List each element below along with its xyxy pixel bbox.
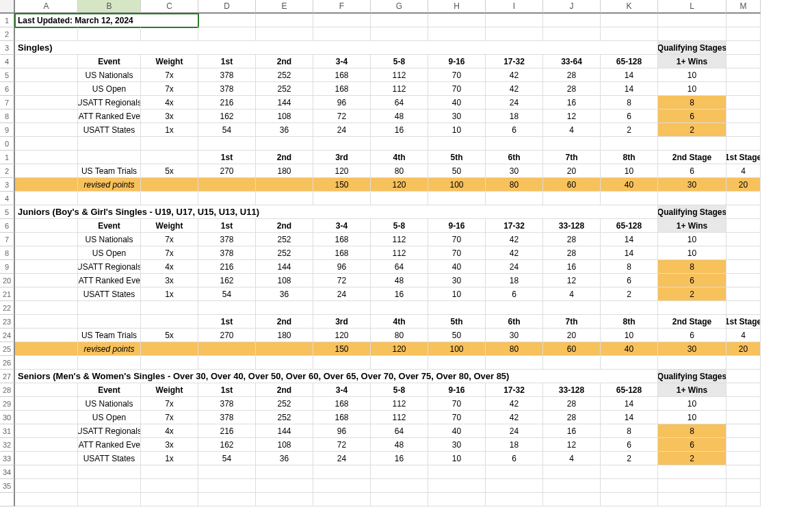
cell[interactable] — [726, 397, 761, 411]
data-cell[interactable]: 112 — [371, 397, 428, 411]
data-cell[interactable]: 28 — [543, 233, 601, 246]
event-name[interactable]: US Open — [78, 82, 141, 96]
cell[interactable] — [15, 233, 78, 246]
row-header[interactable]: 2 — [0, 164, 15, 178]
cell[interactable] — [428, 301, 486, 315]
cell[interactable] — [15, 82, 78, 96]
cell[interactable] — [15, 219, 78, 233]
data-cell[interactable]: 150 — [313, 178, 371, 192]
cell[interactable] — [198, 465, 256, 479]
data-cell[interactable]: 24 — [313, 287, 371, 301]
weight[interactable]: 4x — [141, 424, 198, 438]
data-cell[interactable]: 10 — [428, 452, 486, 465]
data-cell[interactable]: 378 — [198, 397, 256, 411]
cell[interactable] — [658, 137, 726, 151]
data-cell[interactable] — [256, 178, 313, 192]
data-cell[interactable]: 14 — [601, 411, 658, 424]
weight[interactable]: 1x — [141, 123, 198, 137]
cell[interactable] — [726, 219, 761, 233]
data-cell[interactable]: 28 — [543, 246, 601, 260]
cell[interactable] — [141, 479, 198, 493]
data-cell[interactable]: 168 — [313, 82, 371, 96]
row-header[interactable]: 20 — [0, 274, 15, 287]
cell[interactable] — [543, 356, 601, 370]
cell[interactable] — [726, 68, 761, 82]
data-cell[interactable]: 40 — [428, 260, 486, 274]
section-title[interactable]: Seniors (Men's & Women's Singles - Over … — [15, 370, 658, 383]
data-cell[interactable]: 378 — [198, 246, 256, 260]
data-cell[interactable]: 10 — [658, 246, 726, 260]
cell[interactable] — [601, 479, 658, 493]
cell[interactable] — [543, 479, 601, 493]
cell[interactable] — [371, 465, 428, 479]
data-cell[interactable]: 40 — [428, 96, 486, 110]
data-cell[interactable]: 96 — [313, 424, 371, 438]
cell[interactable] — [658, 192, 726, 205]
data-cell[interactable]: 16 — [543, 260, 601, 274]
cell[interactable] — [141, 315, 198, 329]
data-cell[interactable]: 6 — [486, 287, 543, 301]
data-cell[interactable]: 120 — [371, 178, 428, 192]
cell[interactable] — [198, 479, 256, 493]
cell[interactable] — [198, 356, 256, 370]
cell[interactable] — [428, 356, 486, 370]
cell[interactable] — [371, 479, 428, 493]
data-cell[interactable]: 50 — [428, 329, 486, 342]
cell[interactable] — [15, 452, 78, 465]
data-cell[interactable]: 48 — [371, 438, 428, 452]
cell[interactable] — [256, 356, 313, 370]
cell[interactable] — [726, 41, 761, 55]
data-cell[interactable]: 180 — [256, 164, 313, 178]
data-cell[interactable]: 100 — [428, 178, 486, 192]
cell[interactable] — [601, 192, 658, 205]
cell[interactable] — [601, 137, 658, 151]
data-cell[interactable]: 252 — [256, 397, 313, 411]
cell[interactable] — [726, 356, 761, 370]
cell[interactable] — [726, 383, 761, 397]
row-header[interactable]: 28 — [0, 383, 15, 397]
weight[interactable]: 7x — [141, 82, 198, 96]
row-header[interactable]: 0 — [0, 137, 15, 151]
cell[interactable] — [198, 27, 256, 41]
cell[interactable] — [486, 493, 543, 506]
data-cell[interactable]: 8 — [601, 424, 658, 438]
data-cell[interactable]: 14 — [601, 82, 658, 96]
data-cell[interactable]: 252 — [256, 411, 313, 424]
cell[interactable] — [658, 479, 726, 493]
cell[interactable] — [313, 356, 371, 370]
cell[interactable] — [313, 27, 371, 41]
cell[interactable] — [658, 356, 726, 370]
data-cell[interactable]: 8 — [658, 260, 726, 274]
row-header[interactable]: 5 — [0, 68, 15, 82]
data-cell[interactable]: 80 — [371, 164, 428, 178]
cell[interactable] — [543, 137, 601, 151]
data-cell[interactable]: 162 — [198, 274, 256, 287]
select-all-corner[interactable] — [0, 0, 15, 14]
data-cell[interactable]: 20 — [726, 342, 761, 356]
data-cell[interactable]: 216 — [198, 260, 256, 274]
cell[interactable] — [256, 14, 313, 27]
cell[interactable] — [543, 192, 601, 205]
cell[interactable] — [15, 164, 78, 178]
cell[interactable] — [198, 137, 256, 151]
cell[interactable] — [15, 192, 78, 205]
cell[interactable] — [141, 151, 198, 164]
cell[interactable] — [313, 14, 371, 27]
cell[interactable] — [313, 479, 371, 493]
data-cell[interactable]: 30 — [486, 329, 543, 342]
data-cell[interactable]: 70 — [428, 246, 486, 260]
data-cell[interactable]: 378 — [198, 233, 256, 246]
data-cell[interactable]: 4 — [543, 452, 601, 465]
data-cell[interactable]: 12 — [543, 438, 601, 452]
cell[interactable] — [78, 356, 141, 370]
cell[interactable] — [486, 14, 543, 27]
weight[interactable]: 3x — [141, 274, 198, 287]
cell[interactable] — [726, 96, 761, 110]
event-name[interactable]: US Open — [78, 246, 141, 260]
cell[interactable] — [428, 192, 486, 205]
event-name[interactable]: US Team Trials — [78, 329, 141, 342]
data-cell[interactable]: 8 — [658, 96, 726, 110]
cell[interactable] — [726, 465, 761, 479]
cell[interactable] — [726, 27, 761, 41]
data-cell[interactable]: 16 — [371, 287, 428, 301]
